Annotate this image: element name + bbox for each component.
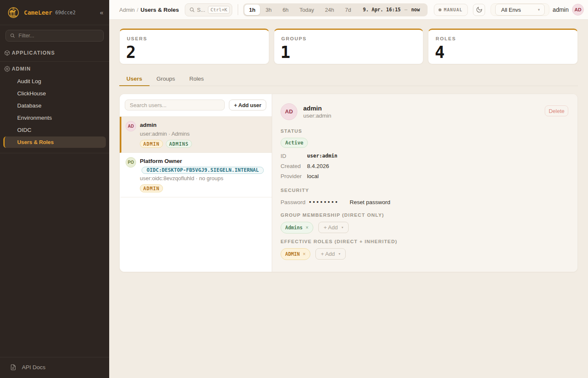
- sidebar-api-docs[interactable]: API Docs: [0, 357, 109, 378]
- breadcrumb-parent[interactable]: Admin: [119, 7, 135, 13]
- time-range-6h[interactable]: 6h: [277, 5, 294, 15]
- sidebar-item-environments[interactable]: Environments: [3, 112, 106, 123]
- delete-user-button[interactable]: Delete: [545, 105, 568, 116]
- detail-fields: IDuser:adminCreated8.4.2026Providerlocal: [281, 153, 569, 179]
- section-label: APPLICATIONS: [12, 50, 55, 56]
- password-dots: ••••••••: [309, 199, 339, 205]
- environment-select[interactable]: All Envs ▾: [495, 4, 545, 16]
- add-group-button[interactable]: + Add▾: [318, 222, 349, 233]
- stat-value: 4: [435, 44, 570, 61]
- detail-header: AD admin user:admin: [281, 103, 569, 120]
- app: CameLeer 69dcce2 « Filter... APPLICATION…: [0, 0, 588, 378]
- tab-users[interactable]: Users: [119, 73, 150, 86]
- sidebar-item-database[interactable]: Database: [3, 100, 106, 111]
- current-user-name: admin: [553, 6, 569, 13]
- stat-value: 1: [281, 44, 416, 61]
- range-dash-icon: —: [404, 7, 407, 13]
- sidebar-filter-input[interactable]: Filter...: [5, 30, 104, 42]
- section-label: ADMIN: [12, 66, 31, 72]
- sidebar-collapse-icon[interactable]: «: [100, 9, 103, 16]
- stat-card-groups: GROUPS1: [274, 29, 424, 64]
- range-start: 9. Apr. 16:15: [363, 7, 401, 13]
- tab-roles[interactable]: Roles: [182, 73, 211, 86]
- gear-icon: [4, 66, 10, 72]
- time-range-7d[interactable]: 7d: [340, 5, 357, 15]
- role-chip-row: ADMIN× + Add▾: [281, 248, 569, 260]
- field-label: ID: [281, 153, 307, 159]
- user-row-sub: user:admin · Admins: [140, 131, 192, 137]
- user-row-platform-owner[interactable]: POPlatform OwnerOIDC:DESKTOP-FB5VGJ9.SIE…: [120, 153, 272, 197]
- sidebar-section-admin[interactable]: ADMIN: [0, 63, 109, 75]
- remove-group-icon[interactable]: ×: [306, 224, 309, 231]
- add-button-label: + Add: [324, 224, 338, 231]
- filter-placeholder: Filter...: [18, 33, 34, 39]
- field-created: Created8.4.2026: [281, 163, 569, 169]
- group-chip-row: Admins× + Add▾: [281, 222, 569, 234]
- add-role-button[interactable]: + Add▾: [315, 248, 346, 260]
- breadcrumb: Admin / Users & Roles: [119, 7, 178, 13]
- user-row-name: Platform Owner: [140, 158, 264, 164]
- api-docs-label: API Docs: [22, 364, 45, 370]
- reset-password-link[interactable]: Reset password: [349, 199, 390, 205]
- sidebar-item-audit-log[interactable]: Audit Log: [3, 76, 106, 87]
- time-range-3h[interactable]: 3h: [260, 5, 277, 15]
- user-row-avatar: PO: [126, 157, 136, 168]
- search-icon: [189, 7, 195, 13]
- user-search-placeholder: Search users...: [130, 102, 166, 108]
- stat-label: ROLES: [436, 36, 570, 42]
- divider: [0, 61, 109, 62]
- breadcrumb-current: Users & Roles: [140, 7, 179, 13]
- tab-groups[interactable]: Groups: [150, 73, 182, 86]
- user-detail: Delete AD admin user:admin STATUS Active…: [272, 94, 578, 272]
- refresh-mode-badge[interactable]: MANUAL: [434, 4, 468, 16]
- brand-version: 69dcce2: [55, 10, 75, 16]
- time-range-display[interactable]: 9. Apr. 16:15—now: [357, 7, 426, 13]
- sidebar-item-users-roles[interactable]: Users & Roles: [3, 136, 106, 148]
- stat-label: GROUPS: [281, 36, 416, 42]
- time-range-today[interactable]: Today: [294, 5, 320, 15]
- badge-admin: ADMIN: [140, 140, 163, 148]
- search-placeholder: S...: [197, 7, 205, 13]
- user-row-admin[interactable]: ADadminuser:admin · AdminsADMINADMINS: [120, 117, 272, 153]
- theme-toggle-button[interactable]: [473, 4, 485, 16]
- chevron-down-icon: ▾: [341, 226, 343, 229]
- detail-user-name: admin: [303, 105, 331, 112]
- main-content: USERS2GROUPS1ROLES4 UsersGroupsRoles Sea…: [109, 20, 588, 378]
- badge-admins: ADMINS: [166, 140, 192, 148]
- group-chip: Admins×: [281, 222, 313, 234]
- status-header: STATUS: [281, 128, 569, 134]
- detail-user-id: user:admin: [303, 113, 331, 119]
- users-panel: Search users... + Add user ADadminuser:a…: [119, 94, 578, 272]
- header-user: admin AD: [553, 4, 584, 16]
- search-icon: [10, 33, 15, 38]
- status-badge: Active: [281, 138, 308, 148]
- stat-label: USERS: [127, 36, 262, 42]
- topbar: Admin / Users & Roles S... Ctrl+K 1h3h6h…: [109, 0, 588, 20]
- user-row-avatar: AD: [126, 121, 136, 131]
- user-search-input[interactable]: Search users...: [125, 100, 225, 110]
- user-avatar[interactable]: AD: [572, 4, 584, 16]
- field-value: 8.4.2026: [307, 163, 329, 169]
- user-list-toolbar: Search users... + Add user: [120, 94, 272, 117]
- search-kbd: Ctrl+K: [208, 6, 230, 14]
- package-icon: [4, 50, 10, 56]
- range-end: now: [411, 7, 420, 13]
- sidebar-item-clickhouse[interactable]: ClickHouse: [3, 88, 106, 99]
- user-row-sub: user:oidc:8evzqofluhld · no groups: [140, 176, 264, 181]
- sidebar-header: CameLeer 69dcce2 «: [0, 0, 109, 25]
- remove-role-icon[interactable]: ×: [303, 251, 306, 257]
- refresh-mode-label: MANUAL: [444, 7, 463, 12]
- field-label: Created: [281, 163, 307, 169]
- add-button-label: + Add: [321, 251, 335, 257]
- time-range-1h[interactable]: 1h: [244, 5, 260, 15]
- breadcrumb-separator: /: [137, 7, 139, 13]
- brand-name: CameLeer: [24, 9, 52, 16]
- global-search[interactable]: S... Ctrl+K: [185, 3, 232, 16]
- field-provider: Providerlocal: [281, 173, 569, 179]
- add-user-button[interactable]: + Add user: [229, 100, 266, 110]
- sidebar-section-applications[interactable]: APPLICATIONS: [0, 47, 109, 59]
- sidebar-item-oidc[interactable]: OIDC: [3, 124, 106, 136]
- time-range-24h[interactable]: 24h: [320, 5, 340, 15]
- environment-select-wrap: All Envs ▾: [491, 3, 549, 16]
- sidebar-filter-section: Filter...: [0, 25, 109, 47]
